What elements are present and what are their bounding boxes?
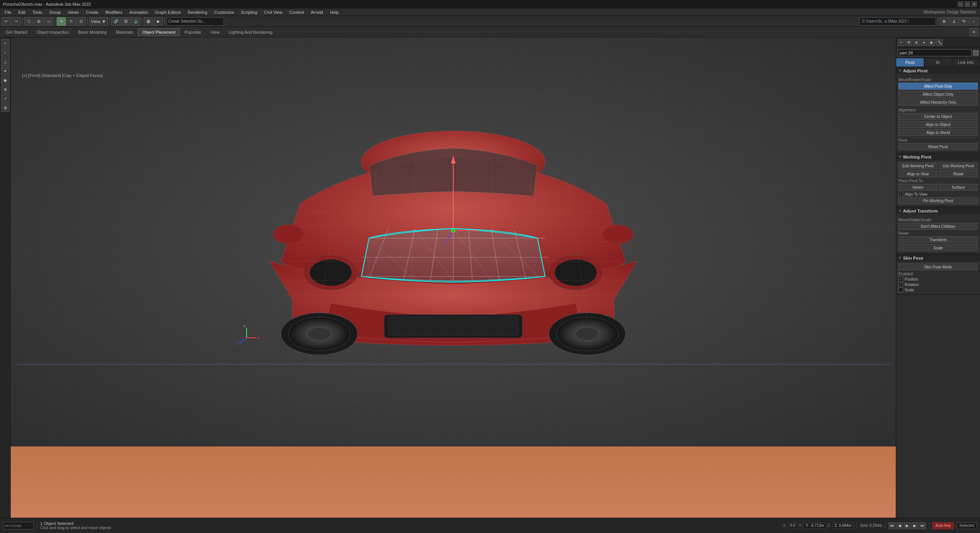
menu-edit[interactable]: Edit	[15, 8, 29, 16]
transform-button[interactable]: Transform	[898, 236, 978, 243]
undo-button[interactable]: ↩	[2, 17, 11, 26]
panel-motion-btn[interactable]: ●	[921, 39, 928, 46]
vertex-button[interactable]: Vertex	[898, 184, 938, 191]
menu-arnold[interactable]: Arnold	[308, 8, 326, 16]
menu-graph-editors[interactable]: Graph Editors	[152, 8, 184, 16]
status-last-btn[interactable]: ⏭	[919, 522, 926, 529]
percent-snap-button[interactable]: %	[959, 17, 969, 26]
render-setup-button[interactable]: ▦	[144, 17, 153, 26]
affect-object-only-button[interactable]: Affect Object Only	[898, 91, 978, 98]
redo-button[interactable]: ↪	[11, 17, 21, 26]
select-tool-button[interactable]: ⬡	[24, 17, 33, 26]
object-name-input[interactable]	[898, 49, 972, 56]
close-tab-button[interactable]: ✕	[969, 28, 978, 36]
tab-object-inspection[interactable]: Object Inspection	[32, 28, 73, 36]
align-to-object-button[interactable]: Align to Object	[898, 121, 978, 128]
status-first-btn[interactable]: ⏮	[889, 522, 895, 529]
selection-set-input[interactable]: Create Selection Se...	[167, 17, 224, 26]
pin-working-pivot-button[interactable]: Pin Working Pivot	[898, 197, 978, 204]
scale-pose-checkbox[interactable]	[898, 288, 903, 292]
menu-animation[interactable]: Animation	[126, 8, 151, 16]
skin-pose-mode-button[interactable]: Skin Pose Mode	[898, 263, 978, 270]
scale-button[interactable]: Scale	[898, 244, 978, 251]
working-reset-button[interactable]: Reset	[939, 170, 978, 177]
tab-lighting-rendering[interactable]: Lighting And Rendering	[224, 28, 276, 36]
use-working-pivot-button[interactable]: Use Working Pivot	[939, 162, 978, 169]
affect-pivot-only-button[interactable]: Affect Pivot Only	[898, 83, 978, 90]
menu-civil-view[interactable]: Civil View	[261, 8, 285, 16]
edit-working-pivot-button[interactable]: Edit Working Pivot	[898, 162, 938, 169]
menu-file[interactable]: File	[2, 8, 15, 16]
dont-affect-children-button[interactable]: Don't Affect Children	[898, 223, 978, 230]
tab-populate[interactable]: Populate	[180, 28, 205, 36]
scale-tool-button[interactable]: ⊡	[77, 17, 86, 26]
select-by-name-button[interactable]: ⊞	[34, 17, 43, 26]
surface-button[interactable]: Surface	[939, 184, 978, 191]
move-tool-button[interactable]: ✛	[57, 17, 66, 26]
viewport[interactable]: [+] [Front] [Standard] [Clay + Edged Fac…	[11, 38, 896, 533]
helpers-btn[interactable]: ⊕	[1, 85, 10, 93]
skin-pose-header[interactable]: ▼ Skin Pose	[896, 254, 980, 262]
menu-group[interactable]: Group	[46, 8, 64, 16]
maxscript-mini[interactable]: MAXScript	[3, 522, 34, 530]
sub-tab-pivot[interactable]: Pivot	[896, 58, 924, 67]
rotate-tool-button[interactable]: ↻	[67, 17, 76, 26]
panel-create-btn[interactable]: +	[898, 39, 905, 46]
menu-create[interactable]: Create	[83, 8, 101, 16]
menu-views[interactable]: Views	[65, 8, 82, 16]
maximize-button[interactable]: □	[965, 2, 970, 7]
menu-scripting[interactable]: Scripting	[238, 8, 260, 16]
menu-rendering[interactable]: Rendering	[185, 8, 211, 16]
render-button[interactable]: ▶	[154, 17, 163, 26]
align-to-world-button[interactable]: Align to World	[898, 129, 978, 136]
unlink-button[interactable]: ⛓	[121, 17, 131, 26]
align-to-view-checkbox[interactable]	[898, 192, 903, 196]
spacewarps-btn[interactable]: ⤢	[1, 94, 10, 103]
panel-display-btn[interactable]: ◐	[928, 39, 935, 46]
geometry-btn[interactable]: ○	[1, 48, 10, 57]
shapes-btn[interactable]: △	[1, 57, 10, 66]
select-region-button[interactable]: ▭	[44, 17, 53, 26]
affect-hierarchy-only-button[interactable]: Affect Hierarchy Only	[898, 99, 978, 106]
position-checkbox[interactable]	[898, 277, 903, 281]
tab-view[interactable]: View	[206, 28, 224, 36]
status-next-btn[interactable]: ▶	[911, 522, 918, 529]
center-to-object-button[interactable]: Center to Object	[898, 113, 978, 120]
tab-get-started[interactable]: Get Started	[2, 28, 31, 36]
reference-coord-dropdown[interactable]: View ▼	[89, 17, 108, 26]
lights-btn[interactable]: ☀	[1, 67, 10, 75]
spinner-snap-button[interactable]: ↕	[969, 17, 978, 26]
snap-button[interactable]: ⊠	[939, 17, 949, 26]
rotation-checkbox[interactable]	[898, 282, 903, 287]
car-scene[interactable]: X Y Z	[11, 38, 896, 446]
tab-object-placement[interactable]: Object Placement	[138, 28, 180, 36]
systems-btn[interactable]: ⊞	[1, 103, 10, 112]
cameras-btn[interactable]: ◉	[1, 76, 10, 84]
panel-modify-btn[interactable]: ⚒	[905, 39, 912, 46]
menu-help[interactable]: Help	[327, 8, 342, 16]
link-button[interactable]: 🔗	[111, 17, 121, 26]
menu-modifiers[interactable]: Modifiers	[102, 8, 126, 16]
menu-customize[interactable]: Customize	[211, 8, 237, 16]
sub-tab-ik[interactable]: IK	[924, 58, 952, 67]
sub-tab-link-info[interactable]: Link Info	[952, 58, 980, 67]
working-align-to-view-button[interactable]: Align to View	[898, 170, 938, 177]
close-button[interactable]: ✕	[972, 2, 977, 7]
panel-hierarchy-btn[interactable]: ⊞	[913, 39, 920, 46]
adjust-transform-header[interactable]: ▼ Adjust Transform	[896, 207, 980, 215]
tab-materials[interactable]: Materials	[112, 28, 137, 36]
create-panel-btn[interactable]: +	[1, 39, 10, 47]
working-pivot-header[interactable]: ▼ Working Pivot	[896, 153, 980, 161]
bind-button[interactable]: ⚓	[131, 17, 140, 26]
menu-content[interactable]: Content	[286, 8, 307, 16]
reset-pivot-button[interactable]: Reset Pivot	[898, 143, 978, 150]
menu-tools[interactable]: Tools	[29, 8, 46, 16]
tab-basic-modeling[interactable]: Basic Modeling	[74, 28, 111, 36]
status-prev-btn[interactable]: ◀	[896, 522, 903, 529]
panel-utilities-btn[interactable]: 🔧	[936, 39, 943, 46]
object-color-swatch[interactable]	[973, 50, 978, 56]
status-play-btn[interactable]: ▶	[904, 522, 911, 529]
adjust-pivot-header[interactable]: ▼ Adjust Pivot	[896, 67, 980, 75]
minimize-button[interactable]: ─	[958, 2, 963, 7]
auto-key-button[interactable]: Auto Key	[933, 522, 954, 529]
